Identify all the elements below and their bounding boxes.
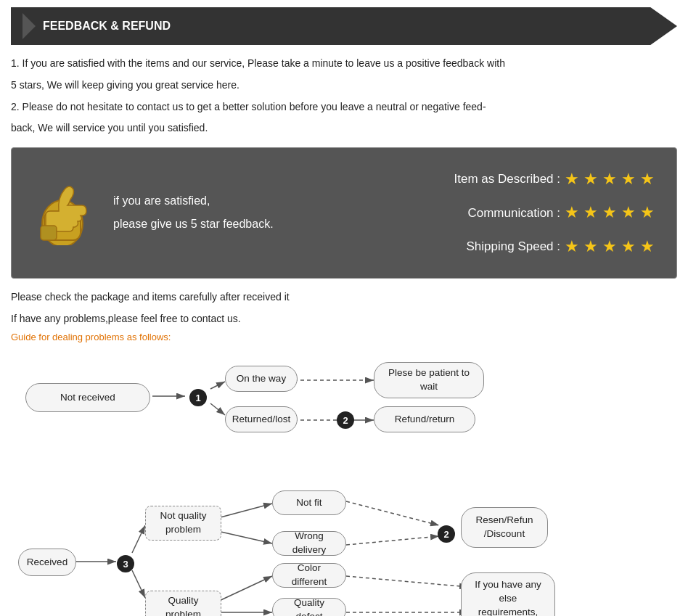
resen-refund-box: Resen/Refun /Discount <box>461 507 548 548</box>
color-different-label: Color different <box>280 562 338 589</box>
star-icon: ★ <box>602 196 617 229</box>
badge-2-top: 2 <box>337 411 354 429</box>
page-header: FEEDBACK & REFUND <box>11 7 677 45</box>
svg-line-16 <box>218 531 272 543</box>
banner-line1: if you are satisfied, <box>113 191 274 212</box>
body-line2: 5 stars, We will keep giving you great s… <box>11 77 677 94</box>
contact-text: If have any problems,please feel free to… <box>11 311 677 328</box>
star-icon: ★ <box>583 196 598 229</box>
wrong-delivery-box: Wrong delivery <box>272 531 346 556</box>
body-line4: back, We will service you until you sati… <box>11 120 677 137</box>
if-you-have-label: If you have any else requirements, you c… <box>469 578 547 616</box>
thumbs-up-icon <box>33 180 91 245</box>
not-fit-label: Not fit <box>296 496 322 510</box>
color-different-box: Color different <box>272 563 346 588</box>
svg-line-20 <box>346 501 439 525</box>
not-quality-label: Not quality problem <box>153 509 213 537</box>
svg-line-21 <box>346 536 439 545</box>
quality-defect-label: Quality defect <box>280 596 338 616</box>
badge-1: 1 <box>189 389 207 406</box>
star-icon: ★ <box>621 230 636 263</box>
star-icon: ★ <box>640 196 655 229</box>
if-you-have-box: If you have any else requirements, you c… <box>461 572 555 616</box>
svg-line-7 <box>210 403 225 415</box>
feedback-banner: if you are satisfied, please give us 5 s… <box>11 147 677 279</box>
body-line3: 2. Please do not hesitate to contact us … <box>11 99 677 116</box>
stars-label-1: Item as Described : <box>430 166 560 192</box>
banner-line2: please give us 5 star feedback. <box>113 214 274 235</box>
star-icon: ★ <box>565 196 579 229</box>
star-icon: ★ <box>640 230 655 263</box>
quality-problem-label: Quality problem <box>153 594 213 616</box>
on-the-way-label: On the way <box>237 372 286 386</box>
stars-section: Item as Described : ★ ★ ★ ★ ★ Communicat… <box>430 163 655 263</box>
not-received-label: Not received <box>60 391 115 405</box>
star-icon: ★ <box>602 163 617 196</box>
check-text: Please check the package and items caref… <box>11 289 677 306</box>
stars-row-3: Shipping Speed : ★ ★ ★ ★ ★ <box>430 230 655 263</box>
badge-2-bottom: 2 <box>438 525 455 543</box>
star-icon: ★ <box>583 230 598 263</box>
badge-3: 3 <box>117 555 134 572</box>
star-icon: ★ <box>565 163 579 196</box>
svg-line-17 <box>218 576 272 601</box>
returned-lost-box: Returned/lost <box>225 406 298 432</box>
received-label: Received <box>27 556 67 570</box>
svg-line-22 <box>346 576 468 587</box>
guide-title: Guide for dealing problems as follows: <box>11 332 677 342</box>
quality-problem-box: Quality problem <box>145 591 221 616</box>
stars-label-3: Shipping Speed : <box>430 234 560 260</box>
flowchart-section: Not received 1 On the way Returned/lost … <box>11 351 679 616</box>
star-icon: ★ <box>640 163 655 196</box>
refund-return-label: Refund/return <box>395 413 455 427</box>
body-line1: 1. If you are satisfied with the items a… <box>11 55 677 73</box>
please-wait-label: Plese be patient to wait <box>382 366 476 394</box>
on-the-way-box: On the way <box>225 366 298 392</box>
not-quality-box: Not quality problem <box>145 506 221 541</box>
svg-line-15 <box>218 504 272 518</box>
stars-row-1: Item as Described : ★ ★ ★ ★ ★ <box>430 163 655 196</box>
star-icon: ★ <box>621 163 636 196</box>
wrong-delivery-label: Wrong delivery <box>280 530 338 557</box>
received-box: Received <box>18 549 76 576</box>
star-icon: ★ <box>565 230 579 263</box>
returned-lost-label: Returned/lost <box>232 413 290 427</box>
svg-line-14 <box>132 570 145 598</box>
please-wait-box: Plese be patient to wait <box>374 362 484 398</box>
stars-label-2: Communication : <box>430 200 560 226</box>
not-fit-box: Not fit <box>272 490 346 515</box>
banner-text-block: if you are satisfied, please give us 5 s… <box>113 188 274 239</box>
quality-defect-box: Quality defect <box>272 598 346 616</box>
header-title: FEEDBACK & REFUND <box>43 20 171 33</box>
svg-line-13 <box>132 525 145 553</box>
star-icon: ★ <box>602 230 617 263</box>
star-icon: ★ <box>583 163 598 196</box>
svg-rect-2 <box>41 226 57 240</box>
star-icon: ★ <box>621 196 636 229</box>
svg-line-6 <box>210 382 225 389</box>
stars-row-2: Communication : ★ ★ ★ ★ ★ <box>430 196 655 229</box>
not-received-box: Not received <box>25 383 150 412</box>
refund-return-box: Refund/return <box>374 406 475 432</box>
resen-refund-label: Resen/Refun /Discount <box>469 514 540 541</box>
